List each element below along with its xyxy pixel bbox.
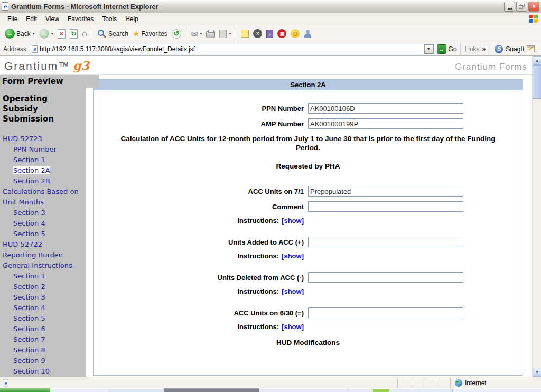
go-button[interactable]: → Go	[437, 44, 457, 54]
menu-tools[interactable]: Tools	[98, 14, 121, 24]
back-button[interactable]: ← Back ▾	[3, 27, 37, 40]
home-button[interactable]: ⌂	[80, 27, 89, 40]
vertical-scrollbar[interactable]: ▲ ▼	[532, 56, 541, 377]
ie-window-icon: e	[2, 2, 8, 11]
close-button[interactable]: ×	[528, 2, 539, 12]
show-instructions-link[interactable]: [show]	[282, 287, 304, 295]
start-button[interactable]	[0, 388, 50, 392]
sidebar-group-hud-52723: HUD 52723	[0, 134, 85, 144]
mail-icon: ✉	[191, 29, 198, 39]
mail-button[interactable]: ✉ ▾	[189, 28, 204, 40]
windows-taskbar	[0, 388, 541, 392]
minimize-button[interactable]	[504, 2, 515, 12]
taskbar-button[interactable]	[260, 388, 347, 392]
sidebar-nav: HUD 52723 PPN Number Section 1 Section 2…	[0, 134, 85, 377]
status-pane	[411, 378, 424, 388]
sidebar-item-reporting-burden[interactable]: Reporting Burden	[0, 250, 85, 260]
scroll-down-button[interactable]: ▼	[533, 368, 541, 377]
system-tray	[452, 388, 541, 392]
acc-units-630-input[interactable]	[308, 307, 463, 318]
sidebar-item-general-instructions[interactable]: General Instructions	[0, 260, 85, 271]
taskbar-button[interactable]	[349, 388, 371, 392]
research-button[interactable]: ⌕	[264, 29, 275, 39]
comment-input[interactable]	[308, 201, 463, 212]
sidebar-item-gi-section-7[interactable]: Section 7	[0, 334, 85, 345]
links-toolbar[interactable]: Links »	[460, 43, 490, 55]
menu-view[interactable]: View	[41, 14, 63, 24]
download-tool-button[interactable]: ▣	[275, 28, 288, 39]
edit-icon	[219, 30, 227, 38]
calculation-description: Calculation of ACC Units for 12-month pe…	[116, 134, 500, 152]
ppn-number-input[interactable]	[308, 103, 463, 114]
sidebar-item-section-2a[interactable]: Section 2A	[0, 165, 85, 176]
menu-favorites[interactable]: Favorites	[63, 14, 98, 24]
sidebar-item-ppn-number[interactable]: PPN Number	[0, 144, 85, 155]
units-added-row: Units Added to ACC (+)	[94, 237, 523, 247]
show-instructions-link[interactable]: [show]	[282, 217, 304, 225]
title-bar: e Grantium Forms - Microsoft Internet Ex…	[0, 0, 541, 13]
acc-units-71-input[interactable]	[308, 186, 463, 197]
sidebar-item-section-4[interactable]: Section 4	[0, 218, 85, 229]
buddy-tool-button[interactable]	[302, 29, 314, 39]
edit-button[interactable]: ▾	[217, 29, 233, 39]
sidebar-item-calculations[interactable]: Calculations Based on Unit Months	[0, 186, 85, 208]
sidebar-item-section-1[interactable]: Section 1	[0, 155, 85, 165]
grantium-logo: Grantium™g3	[4, 59, 89, 72]
units-added-input[interactable]	[308, 237, 463, 247]
show-instructions-link[interactable]: [show]	[282, 252, 304, 260]
scrollbar-thumb[interactable]	[533, 65, 541, 99]
sidebar-group-hud-52722: HUD 52722	[0, 239, 85, 250]
status-pane	[424, 378, 437, 388]
sidebar-item-gi-section-1[interactable]: Section 1	[0, 271, 85, 282]
taskbar-button[interactable]	[390, 388, 451, 392]
url-dropdown-button[interactable]: ▾	[424, 44, 433, 54]
app-title: Grantium Forms	[455, 62, 527, 72]
discuss-button[interactable]	[239, 29, 251, 39]
acc-units-71-label: ACC Units on 7/1	[94, 188, 307, 195]
refresh-button[interactable]: ↻	[68, 28, 80, 40]
logo-text: Grantium™	[4, 60, 70, 72]
taskbar-button-active[interactable]	[164, 388, 259, 392]
sidebar-item-section-2b[interactable]: Section 2B	[0, 176, 85, 186]
messenger-button[interactable]: ×	[251, 28, 264, 39]
sidebar-item-gi-section-2[interactable]: Section 2	[0, 282, 85, 292]
amp-number-row: AMP Number	[94, 118, 523, 129]
sidebar-item-gi-section-5[interactable]: Section 5	[0, 313, 85, 324]
favorites-star-icon: ★	[133, 29, 139, 39]
taskbar-button-highlight[interactable]	[373, 388, 389, 392]
sidebar-item-section-3[interactable]: Section 3	[0, 208, 85, 218]
toolbar-separator	[186, 27, 186, 40]
menu-file[interactable]: File	[3, 14, 22, 24]
sidebar-item-gi-section-10[interactable]: Section 10	[0, 366, 85, 377]
status-bar: e Internet	[0, 377, 541, 388]
refresh-icon: ↻	[70, 29, 78, 39]
url-input[interactable]	[40, 45, 424, 53]
smiley-tool-button[interactable]: ☺	[288, 28, 302, 39]
quick-launch-area	[50, 388, 108, 392]
sidebar-item-gi-section-6[interactable]: Section 6	[0, 324, 85, 334]
stop-button[interactable]: ×	[55, 28, 68, 40]
show-instructions-link[interactable]: [show]	[282, 323, 304, 331]
sidebar-item-section-5[interactable]: Section 5	[0, 229, 85, 239]
search-button[interactable]: Search	[95, 28, 130, 40]
forward-button[interactable]: → ▾	[37, 27, 55, 40]
internet-globe-icon	[455, 379, 462, 387]
sidebar-item-gi-section-8[interactable]: Section 8	[0, 345, 85, 356]
scroll-up-button[interactable]: ▲	[533, 56, 541, 65]
address-bar: Address e ▾ → Go Links » S SnagIt	[0, 42, 541, 56]
sidebar-item-gi-section-4[interactable]: Section 4	[0, 303, 85, 313]
print-button[interactable]	[204, 29, 217, 39]
security-zone-pane: Internet	[450, 378, 539, 388]
chevron-down-icon: ▾	[427, 46, 430, 51]
sidebar-item-gi-section-3[interactable]: Section 3	[0, 292, 85, 303]
history-button[interactable]: ↺	[170, 28, 183, 40]
favorites-label: Favorites	[141, 30, 167, 38]
favorites-button[interactable]: ★ Favorites	[130, 28, 170, 40]
restore-button[interactable]	[516, 2, 527, 12]
snagit-toolbar[interactable]: S SnagIt	[490, 43, 539, 55]
units-deleted-input[interactable]	[308, 272, 463, 283]
menu-edit[interactable]: Edit	[22, 14, 41, 24]
menu-help[interactable]: Help	[121, 14, 143, 24]
sidebar-item-gi-section-9[interactable]: Section 9	[0, 356, 85, 366]
amp-number-input[interactable]	[308, 118, 463, 129]
